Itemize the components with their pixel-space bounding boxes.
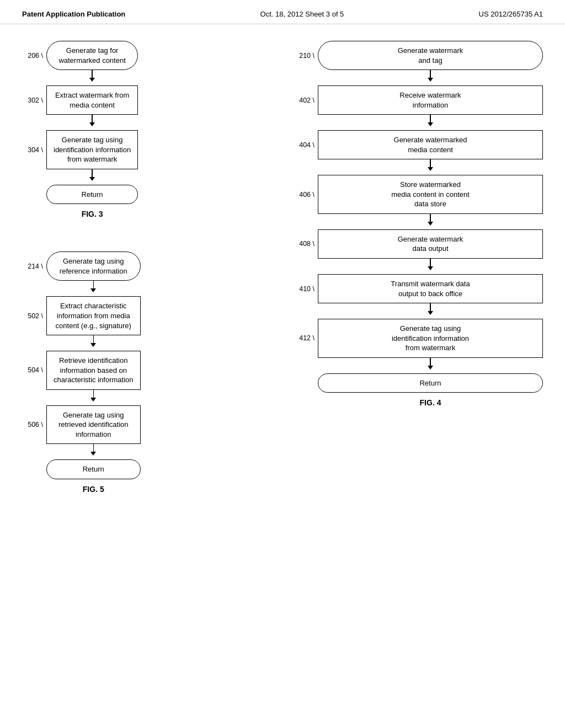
fig5-node-506: Generate tag usingretrieved identificati… (46, 405, 141, 445)
fig4-node-406-row: 406 \ Store watermarkedmedia content in … (294, 175, 543, 214)
fig4-node-406: Store watermarkedmedia content in conten… (318, 175, 543, 214)
fig5-num-504: 504 \ (22, 366, 46, 374)
fig4-node-404-row: 404 \ Generate watermarkedmedia content (294, 130, 543, 159)
fig5-return-node: Return (46, 459, 141, 479)
fig4-arrow-0 (294, 70, 543, 85)
fig4-num-410: 410 \ (294, 285, 318, 293)
diagram-area: 206 \ Generate tag forwatermarked conten… (0, 24, 565, 532)
fig4-node-412-row: 412 \ Generate tag usingidentification i… (294, 319, 543, 358)
fig4-arrow-4 (294, 259, 543, 274)
fig5-node-502-row: 502 \ Extract characteristicinformation … (22, 296, 141, 335)
header-left: Patent Application Publication (22, 10, 125, 18)
fig3-arrow-0 (22, 70, 138, 85)
fig5-arrow-3 (22, 444, 141, 459)
fig5-label: FIG. 5 (46, 485, 141, 494)
fig5-node-504-row: 504 \ Retrieve identificationinformation… (22, 351, 141, 390)
fig3-top-node: Generate tag forwatermarked content (46, 41, 138, 70)
fig4-top-num: 210 \ (294, 52, 318, 60)
fig3-label: FIG. 3 (46, 210, 138, 218)
fig5-top-num: 214 \ (22, 263, 46, 270)
fig3-node-304-row: 304 \ Generate tag usingidentification i… (22, 130, 138, 169)
fig5-arrow-1 (22, 335, 141, 351)
fig4-section: 210 \ Generate watermarkand tag 402 \ Re… (294, 41, 543, 418)
fig5-return-row: Return (22, 459, 141, 479)
fig3-num-302: 302 \ (22, 97, 46, 104)
fig4-node-404: Generate watermarkedmedia content (318, 130, 543, 159)
fig5-arrow-2 (22, 390, 141, 405)
fig3-arrow-2 (22, 169, 138, 185)
left-column: 206 \ Generate tag forwatermarked conten… (22, 41, 282, 516)
fig5-arrow-0 (22, 281, 141, 296)
fig4-return-row: Return (294, 373, 543, 393)
fig5-section: 214 \ Generate tag usingreference inform… (22, 251, 141, 505)
fig5-top-node-row: 214 \ Generate tag usingreference inform… (22, 251, 141, 281)
fig4-arrow-1 (294, 115, 543, 130)
fig3-arrow-1 (22, 115, 138, 130)
fig5-num-502: 502 \ (22, 312, 46, 320)
fig5-num-506: 506 \ (22, 421, 46, 429)
fig3-section: 206 \ Generate tag forwatermarked conten… (22, 41, 138, 229)
fig4-node-412: Generate tag usingidentification informa… (318, 319, 543, 358)
fig4-num-412: 412 \ (294, 334, 318, 342)
fig5-node-502: Extract characteristicinformation from m… (46, 296, 141, 335)
fig3-top-node-row: 206 \ Generate tag forwatermarked conten… (22, 41, 138, 70)
fig4-top-node: Generate watermarkand tag (318, 41, 543, 70)
fig3-return-node: Return (46, 185, 138, 205)
fig3-num-304: 304 \ (22, 146, 46, 154)
fig5-node-506-row: 506 \ Generate tag usingretrieved identi… (22, 405, 141, 445)
fig3-return-row: Return (22, 185, 138, 205)
fig4-node-402-row: 402 \ Receive watermarkinformation (294, 85, 543, 115)
fig5-top-node: Generate tag usingreference information (46, 251, 141, 281)
fig4-node-408-row: 408 \ Generate watermarkdata output (294, 229, 543, 259)
fig4-arrow-6 (294, 358, 543, 373)
fig4-node-408: Generate watermarkdata output (318, 229, 543, 259)
fig4-num-404: 404 \ (294, 141, 318, 149)
header-center: Oct. 18, 2012 Sheet 3 of 5 (260, 10, 344, 18)
fig3-node-302: Extract watermark frommedia content (46, 85, 138, 115)
page-header: Patent Application Publication Oct. 18, … (0, 0, 565, 24)
fig4-label: FIG. 4 (318, 398, 543, 407)
fig4-top-node-row: 210 \ Generate watermarkand tag (294, 41, 543, 70)
fig5-node-504: Retrieve identificationinformation based… (46, 351, 141, 390)
fig3-top-num: 206 \ (22, 52, 46, 60)
fig4-num-402: 402 \ (294, 97, 318, 104)
fig4-arrow-5 (294, 303, 543, 319)
fig4-return-node: Return (318, 373, 543, 393)
fig4-arrow-2 (294, 159, 543, 175)
fig3-node-304: Generate tag usingidentification informa… (46, 130, 138, 169)
header-right: US 2012/265735 A1 (479, 10, 543, 18)
fig3-node-302-row: 302 \ Extract watermark frommedia conten… (22, 85, 138, 115)
fig4-arrow-3 (294, 214, 543, 229)
right-column: 210 \ Generate watermarkand tag 402 \ Re… (282, 41, 543, 516)
fig4-node-410-row: 410 \ Transmit watermark dataoutput to b… (294, 274, 543, 303)
fig4-num-406: 406 \ (294, 191, 318, 199)
fig4-num-408: 408 \ (294, 240, 318, 248)
fig4-node-402: Receive watermarkinformation (318, 85, 543, 115)
fig4-node-410: Transmit watermark dataoutput to back of… (318, 274, 543, 303)
